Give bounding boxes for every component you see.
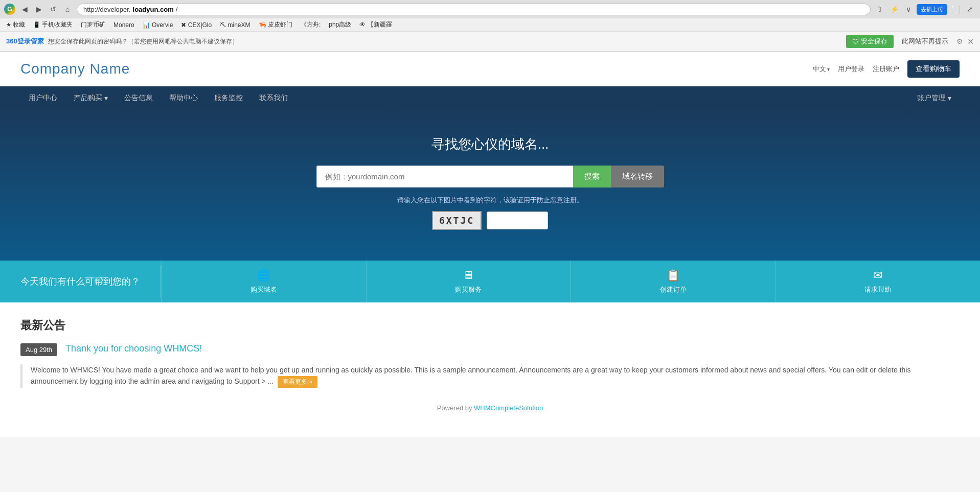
bookmark-label: php高级 [329, 20, 351, 29]
nav-item-monitor[interactable]: 服务监控 [206, 86, 251, 110]
captcha-image: 6XTJC [432, 211, 482, 230]
bookmark-item-ark[interactable]: 《方舟: [299, 19, 323, 30]
service-label: 请求帮助 [864, 285, 891, 294]
shield-icon: 🛡 [852, 38, 859, 45]
announcements-title: 最新公告 [20, 318, 960, 333]
safe-save-button[interactable]: 🛡 安全保存 [846, 35, 894, 48]
service-label: 创建订单 [660, 285, 687, 294]
home-button[interactable]: ⌂ [61, 3, 74, 15]
powered-by-link[interactable]: WHMCompleteSolution [474, 404, 543, 412]
bookmark-item-news[interactable]: 👁 【新疆羅 [357, 19, 394, 30]
password-manager-label: 360登录管家 [6, 37, 44, 46]
service-item-buy-service[interactable]: 🖥 购买服务 [366, 261, 571, 302]
reload-button[interactable]: ↺ [47, 3, 59, 15]
close-bar-button[interactable]: ✕ [967, 37, 974, 46]
bookmark-label: 手机收藏夹 [42, 20, 73, 29]
bookmark-item-favorites[interactable]: ★ 收藏 [4, 19, 27, 30]
url-suffix: / [176, 6, 178, 13]
nav-item-announcements[interactable]: 公告信息 [116, 86, 161, 110]
bookmark-item-monero[interactable]: Monero [111, 20, 136, 30]
login-link[interactable]: 用户登录 [838, 64, 864, 74]
bookmark-item-minexm[interactable]: ⛏ mineXM [218, 20, 252, 30]
service-bar-label: 今天我们有什么可帮到您的？ [0, 265, 161, 298]
nav-item-account[interactable]: 账户管理 ▾ [909, 86, 960, 110]
transfer-button[interactable]: 域名转移 [611, 166, 664, 188]
service-label: 购买域名 [250, 285, 277, 294]
service-items: 🌐 购买域名 🖥 购买服务 📋 创建订单 ✉ 请求帮助 [161, 261, 980, 302]
service-item-request-help[interactable]: ✉ 请求帮助 [776, 261, 981, 302]
announcement-body: Welcome to WHMCS! You have made a great … [20, 364, 960, 388]
service-label: 购买服务 [455, 285, 482, 294]
bookmark-item-php[interactable]: php高级 [327, 19, 353, 30]
captcha-instruction: 请输入您在以下图片中看到的字符，该验证用于防止恶意注册。 [10, 196, 970, 205]
search-button[interactable]: 搜索 [573, 166, 611, 188]
bookmark-label: 👁 【新疆羅 [359, 20, 392, 29]
ext-button[interactable]: 去插上传 [917, 4, 947, 15]
site-header: Company Name 中文 ▾ 用户登录 注册账户 查看购物车 [0, 52, 980, 86]
password-save-bar: 360登录管家 想安全保存此网页的密码吗？（若您使用网吧等公共电脑不建议保存） … [0, 32, 980, 52]
no-remind-button[interactable]: 此网站不再提示 [898, 35, 952, 48]
announcement-item: Aug 29th Thank you for choosing WHMCS! [20, 343, 960, 356]
service-bar: 今天我们有什么可帮到您的？ 🌐 购买域名 🖥 购买服务 📋 创建订单 ✉ 请求帮… [0, 261, 980, 302]
url-domain: loadyun.com [133, 6, 174, 13]
nav-item-products[interactable]: 产品购买 ▾ [65, 86, 116, 110]
screen-icon[interactable]: ⬜ [949, 3, 962, 15]
bookmark-item-cex[interactable]: ✖ CEX|Glo [179, 20, 214, 30]
nav-item-label: 账户管理 [917, 93, 946, 103]
language-button[interactable]: 中文 ▾ [813, 64, 830, 74]
browser-right-actions: ⇧ ⚡ ∨ 去插上传 ⬜ ⤢ [874, 3, 976, 15]
language-label: 中文 [813, 64, 826, 74]
domain-search-input[interactable] [316, 166, 573, 188]
globe-icon: 🌐 [257, 269, 270, 282]
bookmark-label: 《方舟: [301, 20, 321, 29]
envelope-icon: ✉ [873, 269, 882, 282]
captcha-input[interactable] [487, 212, 548, 229]
announcement-title-link[interactable]: Thank you for choosing WHMCS! [65, 343, 202, 354]
powered-by-text: Powered by [437, 404, 474, 412]
nav-item-label: 产品购买 [74, 93, 102, 103]
service-item-create-order[interactable]: 📋 创建订单 [571, 261, 776, 302]
browser-top-bar: G ◀ ▶ ↺ ⌂ http://developer.loadyun.com/ … [0, 0, 980, 18]
mobile-icon: 📱 [33, 21, 40, 28]
browser-chrome: G ◀ ▶ ↺ ⌂ http://developer.loadyun.com/ … [0, 0, 980, 52]
nav-item-user-center[interactable]: 用户中心 [20, 86, 65, 110]
chevron-down-icon: ▾ [104, 94, 108, 102]
browser-logo: G [4, 4, 15, 15]
bookmarks-bar: ★ 收藏 📱 手机收藏夹 门罗币矿 Monero 📊 Overvie ✖ CEX… [0, 18, 980, 32]
bookmark-label: ⛏ mineXM [220, 21, 250, 29]
cart-button[interactable]: 查看购物车 [907, 60, 960, 78]
domain-search-row: 搜索 域名转移 [316, 166, 664, 188]
hero-title: 寻找您心仪的域名... [10, 135, 970, 153]
service-item-buy-domain[interactable]: 🌐 购买域名 [161, 261, 366, 302]
bookmark-label: 📊 Overvie [143, 21, 173, 29]
header-right: 中文 ▾ 用户登录 注册账户 查看购物车 [813, 60, 960, 78]
back-button[interactable]: ◀ [18, 3, 31, 15]
bookmark-item-overview[interactable]: 📊 Overvie [141, 20, 175, 30]
nav-item-contact[interactable]: 联系我们 [251, 86, 296, 110]
bookmark-item-monero-mine[interactable]: 门罗币矿 [79, 19, 107, 30]
announcements-section: 最新公告 Aug 29th Thank you for choosing WHM… [0, 302, 980, 437]
bookmark-label: Monero [113, 21, 134, 29]
bookmark-item-pipa[interactable]: 🦐 皮皮虾门 [257, 19, 294, 30]
share-icon[interactable]: ⇧ [874, 3, 886, 15]
resize-icon[interactable]: ⤢ [964, 3, 976, 15]
read-more-button[interactable]: 查看更多 » [278, 376, 317, 388]
address-bar[interactable]: http://developer.loadyun.com/ [77, 4, 871, 15]
site-logo: Company Name [20, 61, 130, 77]
settings-icon[interactable]: ⚙ [956, 37, 963, 45]
forward-button[interactable]: ▶ [33, 3, 45, 15]
lightning-icon[interactable]: ⚡ [888, 3, 900, 15]
more-icon[interactable]: ∨ [902, 3, 915, 15]
url-prefix: http://developer. [83, 6, 131, 13]
chevron-down-icon: ▾ [827, 66, 830, 72]
bookmark-label: ✖ CEX|Glo [181, 21, 212, 29]
chevron-down-icon: ▾ [948, 94, 951, 102]
announcement-date: Aug 29th [20, 343, 57, 356]
browser-nav-buttons: ◀ ▶ ↺ ⌂ [18, 3, 74, 15]
hero-section: 寻找您心仪的域名... 搜索 域名转移 请输入您在以下图片中看到的字符，该验证用… [0, 110, 980, 261]
captcha-row: 6XTJC [10, 211, 970, 230]
register-link[interactable]: 注册账户 [873, 64, 899, 74]
nav-item-help[interactable]: 帮助中心 [161, 86, 206, 110]
clipboard-icon: 📋 [666, 269, 680, 282]
bookmark-item-mobile[interactable]: 📱 手机收藏夹 [31, 19, 75, 30]
